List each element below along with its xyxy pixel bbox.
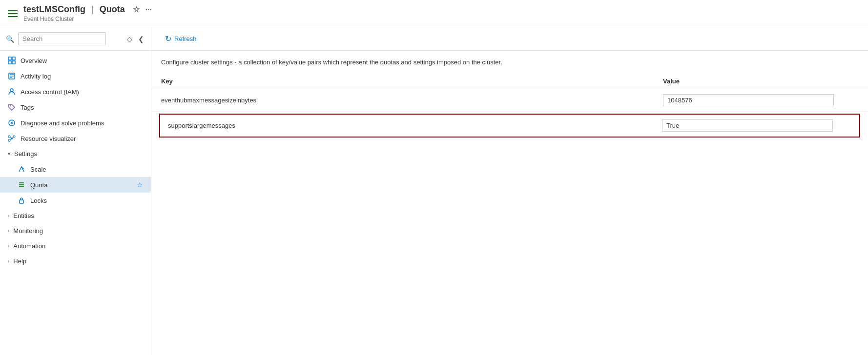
col-header-key: Key bbox=[161, 78, 663, 85]
quota-value-eventhub bbox=[663, 94, 858, 106]
svg-rect-1 bbox=[12, 57, 15, 60]
activity-log-icon bbox=[8, 72, 16, 80]
quota-icon bbox=[18, 181, 25, 189]
resource-name: testLMSConfig bbox=[23, 4, 85, 15]
refresh-label: Refresh bbox=[174, 35, 197, 42]
favorite-icon[interactable]: ☆ bbox=[133, 5, 140, 14]
sidebar-item-locks[interactable]: Locks bbox=[0, 193, 151, 208]
diagnose-icon bbox=[8, 119, 16, 127]
diagnose-label: Diagnose and solve problems bbox=[21, 119, 143, 127]
quota-row-eventhub: eventhubmaxmessagesizeinbytes bbox=[151, 89, 868, 112]
svg-rect-23 bbox=[20, 200, 23, 203]
pin-icon[interactable]: ◇ bbox=[126, 34, 133, 44]
search-input[interactable] bbox=[18, 32, 106, 45]
header-title-group: testLMSConfig | Quota ☆ ··· Event Hubs C… bbox=[23, 4, 152, 22]
quota-description: Configure cluster settings - a collectio… bbox=[151, 51, 868, 74]
quota-value-input-eventhub[interactable] bbox=[663, 94, 834, 106]
resource-visualizer-icon bbox=[8, 135, 16, 142]
collapse-sidebar-icon[interactable]: ❮ bbox=[137, 34, 145, 44]
quota-table-header: Key Value bbox=[151, 74, 868, 89]
access-control-icon bbox=[8, 88, 16, 96]
content-area: ↻ Refresh Configure cluster settings - a… bbox=[151, 27, 868, 355]
overview-icon bbox=[8, 57, 16, 64]
entities-section-label: Entities bbox=[13, 212, 34, 219]
header-separator: | bbox=[91, 4, 94, 15]
sidebar-section-monitoring[interactable]: › Monitoring bbox=[0, 223, 151, 238]
refresh-button[interactable]: ↻ Refresh bbox=[161, 32, 201, 45]
access-control-label: Access control (IAM) bbox=[21, 88, 143, 96]
automation-chevron-icon: › bbox=[8, 243, 9, 249]
sidebar-item-resource-visualizer[interactable]: Resource visualizer bbox=[0, 131, 151, 146]
settings-chevron-icon: ▾ bbox=[8, 151, 10, 157]
sidebar-section-entities[interactable]: › Entities bbox=[0, 208, 151, 223]
monitoring-chevron-icon: › bbox=[8, 228, 9, 234]
settings-section-label: Settings bbox=[14, 150, 37, 158]
resource-visualizer-label: Resource visualizer bbox=[21, 135, 143, 142]
col-header-value: Value bbox=[663, 78, 858, 85]
locks-label: Locks bbox=[30, 197, 143, 204]
svg-rect-2 bbox=[8, 61, 11, 64]
tags-icon bbox=[8, 103, 16, 111]
svg-point-8 bbox=[10, 89, 13, 92]
quota-label: Quota bbox=[30, 181, 132, 189]
scale-label: Scale bbox=[30, 166, 143, 173]
automation-section-label: Automation bbox=[13, 242, 45, 250]
header-actions: ☆ ··· bbox=[133, 5, 152, 14]
quota-key-supportslargemessages: supportslargemessages bbox=[162, 122, 662, 129]
svg-line-19 bbox=[10, 139, 11, 140]
sidebar-nav: Overview Activity log Access control (IA… bbox=[0, 51, 151, 271]
sidebar-search-actions: ◇ ❮ bbox=[126, 34, 145, 44]
resource-subtitle: Event Hubs Cluster bbox=[23, 16, 152, 22]
sidebar-item-scale[interactable]: Scale bbox=[0, 161, 151, 177]
scale-icon bbox=[18, 165, 25, 173]
quota-value-input-supportslargemessages[interactable] bbox=[662, 119, 833, 132]
sidebar-search-bar: 🔍 ◇ ❮ bbox=[0, 27, 151, 51]
sidebar-section-automation[interactable]: › Automation bbox=[0, 238, 151, 254]
refresh-icon: ↻ bbox=[165, 34, 171, 43]
quota-star-icon[interactable]: ☆ bbox=[137, 181, 143, 189]
svg-point-9 bbox=[10, 105, 11, 106]
help-chevron-icon: › bbox=[8, 258, 9, 264]
page-title: Quota bbox=[100, 4, 125, 15]
sidebar-item-access-control[interactable]: Access control (IAM) bbox=[0, 84, 151, 99]
main-layout: 🔍 ◇ ❮ Overview Activity log bbox=[0, 27, 868, 355]
sidebar-section-settings[interactable]: ▾ Settings bbox=[0, 146, 151, 161]
entities-chevron-icon: › bbox=[8, 213, 9, 218]
hamburger-menu[interactable] bbox=[8, 10, 18, 17]
sidebar-section-help[interactable]: › Help bbox=[0, 254, 151, 269]
tags-label: Tags bbox=[21, 104, 143, 111]
svg-rect-3 bbox=[12, 61, 15, 64]
sidebar-item-quota[interactable]: Quota ☆ bbox=[0, 177, 151, 193]
overview-label: Overview bbox=[21, 57, 143, 64]
activity-log-label: Activity log bbox=[21, 73, 143, 80]
more-options-icon[interactable]: ··· bbox=[145, 5, 152, 14]
quota-row-supportslargemessages: supportslargemessages bbox=[159, 114, 860, 138]
svg-rect-0 bbox=[8, 57, 11, 60]
content-toolbar: ↻ Refresh bbox=[151, 27, 868, 51]
monitoring-section-label: Monitoring bbox=[13, 227, 43, 235]
sidebar-item-activity-log[interactable]: Activity log bbox=[0, 68, 151, 84]
sidebar-item-overview[interactable]: Overview bbox=[0, 53, 151, 68]
svg-line-18 bbox=[12, 137, 13, 138]
locks-icon bbox=[18, 197, 25, 204]
svg-point-15 bbox=[13, 136, 15, 138]
search-icon: 🔍 bbox=[6, 35, 14, 43]
help-section-label: Help bbox=[13, 257, 26, 265]
svg-point-14 bbox=[8, 136, 10, 138]
header-title: testLMSConfig | Quota ☆ ··· bbox=[23, 4, 152, 15]
svg-line-17 bbox=[10, 137, 11, 138]
sidebar-item-tags[interactable]: Tags bbox=[0, 99, 151, 115]
svg-point-16 bbox=[8, 139, 10, 141]
sidebar: 🔍 ◇ ❮ Overview Activity log bbox=[0, 27, 151, 355]
quota-key-eventhub: eventhubmaxmessagesizeinbytes bbox=[161, 97, 663, 104]
top-header: testLMSConfig | Quota ☆ ··· Event Hubs C… bbox=[0, 0, 868, 27]
sidebar-item-diagnose[interactable]: Diagnose and solve problems bbox=[0, 115, 151, 131]
quota-value-supportslargemessages bbox=[662, 119, 857, 132]
